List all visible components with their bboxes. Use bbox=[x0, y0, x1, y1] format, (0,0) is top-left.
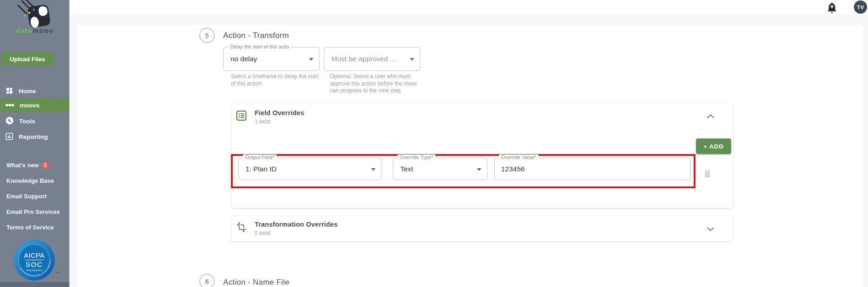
brand-gray-text: moov bbox=[32, 27, 53, 34]
override-type-select[interactable]: Override Type* Text bbox=[393, 158, 487, 180]
step-5-indicator: 5 bbox=[199, 28, 214, 43]
field-overrides-count: 1 exist bbox=[255, 118, 271, 125]
step-5-title: Action - Transform bbox=[223, 31, 289, 40]
user-avatar[interactable]: TV bbox=[854, 0, 867, 14]
sidebar-item-moovs[interactable]: moovs bbox=[0, 98, 69, 112]
output-field-select[interactable]: Output Field* 1: Plan ID bbox=[238, 158, 382, 180]
dropdown-arrow-icon bbox=[309, 58, 314, 61]
soc-trademark: ™ bbox=[56, 271, 59, 275]
sidebar-item-label: Tools bbox=[19, 118, 35, 125]
sidebar-item-label: moovs bbox=[20, 102, 40, 109]
sidebar-link-knowledge-base[interactable]: Knowledge Base bbox=[6, 177, 54, 184]
aicpa-soc-badge: AICPA SOC aicpa.org/soc4so SOC for Servi… bbox=[13, 239, 55, 283]
main-content-panel: 5 Action - Transform Delay the start of … bbox=[77, 24, 864, 287]
approval-select-placeholder: Must be approved ... bbox=[331, 55, 396, 63]
sidebar-link-whats-new[interactable]: What's new1 bbox=[6, 162, 49, 169]
approval-user-select[interactable]: Must be approved ... bbox=[324, 47, 420, 71]
link-label: What's new bbox=[6, 162, 39, 169]
step-6-title: Action - Name File bbox=[223, 278, 289, 287]
delay-select-value: no delay bbox=[230, 55, 257, 63]
whats-new-count-badge: 1 bbox=[42, 162, 49, 169]
soc-badge-line2: SOC bbox=[26, 260, 43, 268]
sidebar-item-label: Reporting bbox=[19, 133, 48, 140]
dropdown-arrow-icon bbox=[371, 168, 376, 171]
upload-files-button[interactable]: Upload Files bbox=[1, 52, 54, 66]
add-override-button[interactable]: + ADD bbox=[696, 138, 731, 154]
step-6-indicator: 6 bbox=[199, 274, 214, 287]
override-type-label: Override Type* bbox=[397, 154, 435, 160]
delay-select-label: Delay the start of this actio bbox=[228, 44, 292, 49]
soc-badge-line1: AICPA bbox=[24, 252, 45, 259]
transformation-overrides-title: Transformation Overrides bbox=[255, 221, 338, 228]
output-field-value: 1: Plan ID bbox=[246, 165, 277, 173]
soc-badge-url: aicpa.org/soc4so bbox=[26, 269, 42, 271]
dots-chain-icon bbox=[5, 102, 14, 109]
delay-helper-text: Select a timeframe to delay the start of… bbox=[231, 73, 324, 87]
sidebar-item-home[interactable]: Home bbox=[0, 84, 69, 98]
dropdown-arrow-icon bbox=[410, 58, 414, 61]
approval-helper-text: Optional: Select a user who must approve… bbox=[330, 73, 425, 95]
bar-chart-icon bbox=[5, 133, 13, 142]
field-overrides-card: Field Overrides 1 exist + ADD Output Fie… bbox=[231, 104, 733, 208]
brand-green-text: data bbox=[16, 27, 33, 34]
expand-chevron-down-icon[interactable] bbox=[705, 223, 716, 235]
sidebar-item-tools[interactable]: Tools bbox=[0, 114, 69, 128]
sidebar-link-email-support[interactable]: Email Support bbox=[6, 193, 47, 200]
datamoov-logo-icon bbox=[14, 0, 56, 30]
sidebar-footer-strip bbox=[0, 282, 69, 287]
transform-crop-icon bbox=[236, 222, 247, 234]
field-overrides-title: Field Overrides bbox=[255, 109, 304, 117]
override-row-highlight: Output Field* 1: Plan ID Override Type* … bbox=[231, 154, 695, 188]
override-value-field: Override Value* bbox=[494, 158, 690, 180]
collapse-chevron-up-icon[interactable] bbox=[705, 111, 716, 122]
sidebar-item-label: Home bbox=[19, 88, 36, 95]
output-field-label: Output Field* bbox=[243, 154, 277, 160]
wrench-circle-icon bbox=[5, 117, 14, 126]
dashboard-grid-icon bbox=[5, 87, 13, 96]
list-square-icon bbox=[236, 110, 247, 123]
transformation-overrides-card: Transformation Overrides 0 exist bbox=[231, 216, 733, 241]
transformation-overrides-count: 0 exist bbox=[255, 230, 271, 236]
delete-override-trash-icon[interactable] bbox=[701, 167, 714, 181]
sidebar-link-email-pro-services[interactable]: Email Pro Services bbox=[6, 208, 60, 215]
override-value-input[interactable] bbox=[501, 159, 684, 179]
brand-wordmark: datamoov bbox=[0, 27, 69, 34]
dropdown-arrow-icon bbox=[477, 168, 481, 171]
sidebar-link-terms-of-service[interactable]: Terms of Service bbox=[6, 224, 54, 231]
add-notification-bell-icon[interactable] bbox=[826, 2, 838, 14]
sidebar-item-reporting[interactable]: Reporting bbox=[0, 130, 69, 144]
sidebar: datamoov Upload Files Home moovs Tools bbox=[0, 0, 69, 287]
topbar: TV bbox=[69, 0, 868, 15]
override-type-value: Text bbox=[400, 165, 413, 173]
delay-start-select[interactable]: Delay the start of this actio no delay bbox=[223, 47, 319, 71]
